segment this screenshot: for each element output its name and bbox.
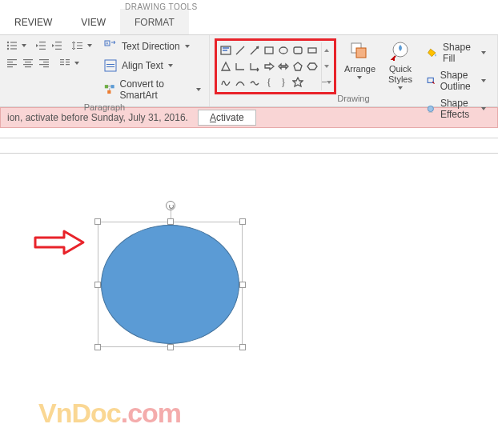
tab-format[interactable]: FORMAT bbox=[120, 9, 189, 34]
svg-rect-12 bbox=[77, 42, 82, 43]
align-right-button[interactable] bbox=[37, 56, 51, 70]
shape-line-icon[interactable] bbox=[233, 42, 247, 58]
svg-rect-14 bbox=[77, 48, 82, 49]
shape-arrow-right-icon[interactable] bbox=[262, 58, 276, 74]
shape-arrowline-icon[interactable] bbox=[247, 42, 262, 58]
svg-point-4 bbox=[7, 48, 9, 50]
svg-rect-19 bbox=[23, 59, 33, 60]
align-left-button[interactable] bbox=[5, 56, 19, 70]
arrange-button[interactable]: Arrange bbox=[339, 38, 380, 79]
svg-rect-36 bbox=[106, 64, 114, 65]
svg-rect-45 bbox=[308, 48, 316, 53]
svg-rect-40 bbox=[107, 90, 110, 94]
text-direction-button[interactable]: A Text Direction bbox=[101, 38, 204, 54]
shape-star-icon[interactable] bbox=[291, 74, 305, 90]
svg-rect-27 bbox=[60, 59, 64, 60]
resize-handle-bl[interactable] bbox=[94, 344, 101, 350]
arrange-label: Arrange bbox=[344, 64, 376, 74]
shape-fill-button[interactable]: Shape Fill bbox=[424, 40, 489, 66]
svg-rect-25 bbox=[39, 64, 49, 65]
shape-more-icon[interactable] bbox=[305, 74, 319, 90]
context-tab-header: DRAWING TOOLS bbox=[102, 0, 220, 12]
svg-point-2 bbox=[7, 45, 9, 46]
shape-arrow-bidir-icon[interactable] bbox=[276, 58, 291, 74]
shape-outline-label: Shape Outline bbox=[440, 70, 476, 92]
group-drawing: { } Arrange Quick Styles bbox=[210, 35, 498, 106]
shape-lconnector-icon[interactable] bbox=[233, 58, 247, 74]
svg-rect-9 bbox=[55, 42, 62, 42]
svg-rect-22 bbox=[25, 66, 31, 67]
svg-rect-16 bbox=[7, 62, 13, 62]
svg-rect-11 bbox=[55, 49, 62, 50]
annotation-arrow-icon bbox=[32, 228, 86, 259]
selection-outline bbox=[98, 222, 243, 347]
quick-styles-button[interactable]: Quick Styles bbox=[384, 38, 417, 90]
svg-rect-44 bbox=[294, 47, 302, 54]
gallery-scroll[interactable] bbox=[321, 42, 332, 90]
svg-point-51 bbox=[428, 112, 433, 113]
align-center-button[interactable] bbox=[21, 56, 35, 70]
slide-canvas[interactable]: VnDoc.com bbox=[0, 138, 498, 448]
resize-handle-tr[interactable] bbox=[239, 218, 246, 225]
increase-indent-button[interactable] bbox=[50, 38, 64, 53]
rotation-handle[interactable] bbox=[166, 201, 175, 210]
shape-bracket-right-icon[interactable]: } bbox=[276, 74, 291, 90]
svg-rect-1 bbox=[10, 42, 17, 42]
shape-bracket-left-icon[interactable]: { bbox=[262, 74, 276, 90]
activate-button-rest: ctivate bbox=[216, 112, 244, 123]
svg-point-50 bbox=[428, 106, 433, 111]
resize-handle-br[interactable] bbox=[239, 344, 246, 350]
resize-handle-b[interactable] bbox=[167, 344, 174, 350]
svg-rect-37 bbox=[106, 66, 114, 67]
svg-point-43 bbox=[279, 47, 287, 54]
shape-fill-label: Shape Fill bbox=[443, 42, 476, 64]
columns-button[interactable] bbox=[58, 56, 72, 70]
svg-rect-17 bbox=[7, 64, 17, 65]
shape-wave-icon[interactable] bbox=[247, 74, 262, 90]
shape-lconnector-arrow-icon[interactable] bbox=[247, 58, 262, 74]
shape-roundrect-icon[interactable] bbox=[291, 42, 305, 58]
text-direction-label: Text Direction bbox=[122, 41, 180, 52]
shape-rect2-icon[interactable] bbox=[305, 42, 319, 58]
activate-button[interactable]: Activate bbox=[198, 110, 256, 126]
resize-handle-r[interactable] bbox=[239, 282, 246, 288]
columns-dropdown[interactable] bbox=[74, 56, 80, 70]
watermark-part2: .com bbox=[121, 398, 181, 428]
shape-triangle-icon[interactable] bbox=[219, 58, 233, 74]
decrease-indent-button[interactable] bbox=[34, 38, 48, 53]
watermark: VnDoc.com bbox=[38, 398, 181, 429]
shape-arc-icon[interactable] bbox=[233, 74, 247, 90]
resize-handle-l[interactable] bbox=[94, 282, 101, 288]
convert-smartart-label: Convert to SmartArt bbox=[119, 78, 191, 101]
shapes-gallery[interactable]: { } bbox=[215, 38, 336, 94]
shape-hexagon-icon[interactable] bbox=[305, 58, 319, 74]
svg-rect-24 bbox=[43, 62, 49, 62]
shape-pentagon-icon[interactable] bbox=[291, 58, 305, 74]
bullets-button[interactable] bbox=[5, 38, 19, 53]
shape-textbox-icon[interactable] bbox=[219, 42, 233, 58]
shape-oval-icon[interactable] bbox=[276, 42, 291, 58]
svg-rect-38 bbox=[105, 85, 108, 88]
activation-message: ion, activate before Sunday, July 31, 20… bbox=[7, 112, 188, 123]
bullets-dropdown[interactable] bbox=[21, 38, 27, 53]
shape-outline-button[interactable]: Shape Outline bbox=[424, 68, 489, 94]
line-spacing-button[interactable] bbox=[70, 38, 85, 53]
svg-rect-39 bbox=[110, 85, 114, 88]
selected-shape[interactable] bbox=[98, 222, 243, 347]
resize-handle-t[interactable] bbox=[167, 218, 174, 225]
svg-rect-29 bbox=[60, 64, 64, 65]
resize-handle-tl[interactable] bbox=[94, 218, 101, 225]
svg-rect-7 bbox=[39, 45, 46, 46]
tab-review[interactable]: REVIEW bbox=[0, 9, 66, 34]
svg-rect-35 bbox=[105, 60, 116, 71]
svg-rect-15 bbox=[7, 59, 17, 60]
tab-view[interactable]: VIEW bbox=[66, 9, 120, 34]
svg-rect-28 bbox=[60, 62, 64, 62]
shape-scribble-icon[interactable] bbox=[219, 74, 233, 90]
svg-rect-13 bbox=[77, 46, 82, 46]
align-text-button[interactable]: Align Text bbox=[101, 58, 204, 74]
convert-smartart-button[interactable]: Convert to SmartArt bbox=[101, 77, 204, 102]
shape-rect-icon[interactable] bbox=[262, 42, 276, 58]
svg-rect-32 bbox=[66, 64, 70, 65]
line-spacing-dropdown[interactable] bbox=[86, 38, 93, 53]
